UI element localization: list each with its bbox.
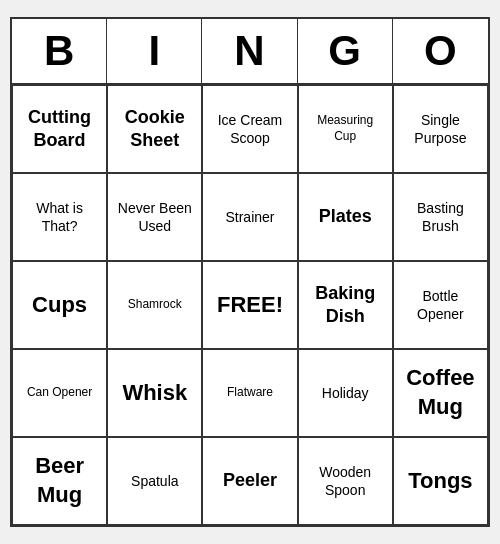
bingo-cell-15[interactable]: Can Opener [12, 349, 107, 437]
bingo-cell-19[interactable]: Coffee Mug [393, 349, 488, 437]
bingo-cell-8[interactable]: Plates [298, 173, 393, 261]
header-letter-b: B [12, 19, 107, 83]
header-letter-o: O [393, 19, 488, 83]
bingo-cell-12[interactable]: FREE! [202, 261, 297, 349]
header-letter-g: G [298, 19, 393, 83]
bingo-cell-21[interactable]: Spatula [107, 437, 202, 525]
bingo-cell-0[interactable]: Cutting Board [12, 85, 107, 173]
bingo-cell-24[interactable]: Tongs [393, 437, 488, 525]
bingo-cell-22[interactable]: Peeler [202, 437, 297, 525]
bingo-cell-14[interactable]: Bottle Opener [393, 261, 488, 349]
bingo-cell-10[interactable]: Cups [12, 261, 107, 349]
bingo-cell-6[interactable]: Never Been Used [107, 173, 202, 261]
bingo-cell-18[interactable]: Holiday [298, 349, 393, 437]
bingo-header: BINGO [12, 19, 488, 85]
bingo-card: BINGO Cutting BoardCookie SheetIce Cream… [10, 17, 490, 527]
bingo-cell-13[interactable]: Baking Dish [298, 261, 393, 349]
header-letter-i: I [107, 19, 202, 83]
bingo-cell-23[interactable]: Wooden Spoon [298, 437, 393, 525]
bingo-cell-11[interactable]: Shamrock [107, 261, 202, 349]
bingo-cell-9[interactable]: Basting Brush [393, 173, 488, 261]
header-letter-n: N [202, 19, 297, 83]
bingo-cell-1[interactable]: Cookie Sheet [107, 85, 202, 173]
bingo-cell-2[interactable]: Ice Cream Scoop [202, 85, 297, 173]
bingo-cell-5[interactable]: What is That? [12, 173, 107, 261]
bingo-cell-3[interactable]: Measuring Cup [298, 85, 393, 173]
bingo-cell-7[interactable]: Strainer [202, 173, 297, 261]
bingo-cell-4[interactable]: Single Purpose [393, 85, 488, 173]
bingo-cell-17[interactable]: Flatware [202, 349, 297, 437]
bingo-cell-20[interactable]: Beer Mug [12, 437, 107, 525]
bingo-cell-16[interactable]: Whisk [107, 349, 202, 437]
bingo-grid: Cutting BoardCookie SheetIce Cream Scoop… [12, 85, 488, 525]
